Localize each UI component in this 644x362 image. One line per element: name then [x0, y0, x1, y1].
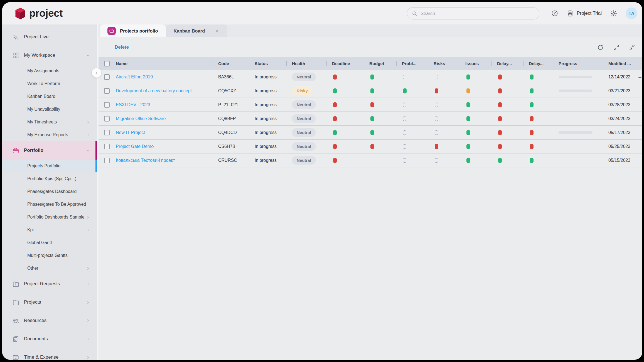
probl-indicator-empty [403, 130, 406, 135]
sidebar-item-label: Portfolio Dashboards Sample [27, 215, 84, 220]
budget-indicator-cell [364, 140, 396, 153]
collapse-icon[interactable] [629, 44, 636, 51]
search-input[interactable] [421, 11, 535, 16]
sidebar-item-time-expense[interactable]: Time & Expense [2, 348, 97, 360]
avatar[interactable]: TA [626, 8, 637, 19]
column-header-code[interactable]: Code [213, 57, 249, 70]
sidebar-item-kpi[interactable]: Kpi [2, 224, 97, 236]
sidebar-item-phases-gates-dashboard[interactable]: Phases/gates Dashboard [2, 185, 97, 198]
column-header-status[interactable]: Status [249, 57, 286, 70]
row-checkbox[interactable] [104, 130, 110, 135]
sidebar-item-portfolio-kpis-spi-cpi[interactable]: Portfolio Kpis (Spi, Cpi...) [2, 172, 97, 185]
refresh-icon[interactable] [597, 44, 604, 51]
table-row: Migration Office SoftwareCQ8BFPIn progre… [99, 112, 642, 126]
project-trial-button[interactable]: Project Trial [567, 10, 602, 17]
chevron-left-icon [95, 71, 99, 75]
delay2-indicator-red [530, 130, 534, 135]
column-header-probl[interactable]: Probl... [396, 57, 428, 70]
project-link[interactable]: Project Gate Demo [116, 144, 154, 149]
chevron-right-icon [86, 282, 90, 286]
trial-label: Project Trial [577, 11, 602, 16]
sidebar-item-my-workspace[interactable]: My Workspace [2, 46, 97, 65]
sidebar-collapse-button[interactable] [92, 68, 101, 78]
sidebar-item-projects[interactable]: Projects [2, 293, 97, 311]
sidebar-item-portfolio[interactable]: Portfolio [2, 141, 97, 160]
sidebar-item-label: Documents [24, 336, 48, 342]
probl-indicator-empty [403, 144, 406, 149]
sidebar-item-my-expense-reports[interactable]: My Expense Reports [2, 128, 97, 141]
delay1-indicator-cell [491, 112, 523, 125]
sidebar-item-label: My Expense Reports [27, 132, 68, 137]
column-header-label: Status [255, 61, 268, 66]
name-cell: Project Gate Demo [113, 140, 213, 153]
project-link[interactable]: ESXI DEV - 2023 [116, 102, 150, 107]
sidebar-item-documents[interactable]: Documents [2, 330, 97, 348]
delete-button[interactable]: Delete [115, 44, 129, 50]
column-header-health[interactable]: Health [286, 57, 326, 70]
sidebar-item-global-gantt[interactable]: Global Gantt [2, 236, 97, 249]
delay2-indicator-green [530, 75, 534, 80]
sidebar-item-work-to-perform[interactable]: Work To Perform [2, 77, 97, 90]
budget-indicator-green [370, 130, 374, 135]
sidebar-item-project-requests[interactable]: Project Requests [2, 275, 97, 293]
row-checkbox[interactable] [104, 74, 110, 80]
sidebar-item-other[interactable]: Other [2, 262, 97, 275]
column-header-risks[interactable]: Risks [428, 57, 460, 70]
sidebar-item-project-live[interactable]: Project Live [2, 28, 97, 46]
project-link[interactable]: Ковальська Тестовий проект [116, 158, 175, 163]
sidebar-item-my-unavailability[interactable]: My Unavailability [2, 103, 97, 116]
select-all-checkbox[interactable] [104, 61, 110, 66]
status-value: In progress [255, 144, 277, 149]
column-header-deadline[interactable]: Deadline [326, 57, 364, 70]
code-value: BA366L [218, 75, 234, 80]
sidebar-item-label: Resources [24, 318, 46, 323]
sidebar-item-label: Portfolio Kpis (Spi, Cpi...) [27, 176, 76, 181]
column-header-budget[interactable]: Budget [364, 57, 396, 70]
gear-icon[interactable] [610, 10, 617, 17]
sidebar-item-kanban-board[interactable]: Kanban Board [2, 90, 97, 103]
project-link[interactable]: Development of a new battery concept [116, 88, 192, 93]
search-bar[interactable] [407, 7, 539, 19]
budget-indicator-green [370, 88, 374, 93]
sidebar-item-resources[interactable]: Resources [2, 311, 97, 330]
column-header-delay1[interactable]: Delay... [491, 57, 523, 70]
row-checkbox[interactable] [104, 158, 110, 163]
health-badge: Neutral [292, 156, 316, 165]
folder-icon [12, 299, 19, 306]
sidebar-item-projects-portfolio[interactable]: Projects Portfolio [2, 160, 97, 172]
column-header-progress[interactable]: Progress [554, 57, 603, 70]
row-checkbox[interactable] [104, 144, 110, 149]
search-icon [412, 11, 417, 16]
briefcase-icon [107, 27, 116, 35]
risks-indicator-cell [428, 140, 460, 153]
column-header-name[interactable]: Name [113, 57, 213, 70]
column-header-modified[interactable]: Modified ... [603, 57, 642, 70]
risks-indicator-cell [428, 112, 460, 125]
delay2-indicator-cell [523, 112, 554, 125]
project-link[interactable]: Aircraft Effort 2019 [116, 75, 153, 80]
sidebar-item-my-assignments[interactable]: My Assignments [2, 65, 97, 77]
column-header-delay2[interactable]: Delay... [523, 57, 554, 70]
close-icon[interactable] [215, 29, 220, 33]
row-checkbox[interactable] [104, 102, 110, 108]
project-link[interactable]: Migration Office Software [116, 116, 166, 121]
sidebar-item-label: Work To Perform [27, 81, 60, 86]
sidebar-item-multi-projects-gantts[interactable]: Multi-projects Gantts [2, 249, 97, 262]
issues-indicator-green [466, 130, 470, 135]
issues-indicator-green [466, 158, 470, 163]
row-checkbox[interactable] [104, 116, 110, 122]
row-checkbox[interactable] [104, 88, 110, 94]
sidebar-item-my-timesheets[interactable]: My Timesheets [2, 116, 97, 128]
code-cell: BA366L [213, 70, 249, 84]
tab-kanban-board[interactable]: Kanban Board [166, 24, 228, 37]
tab-projects-portfolio[interactable]: Projects portfolio [100, 24, 166, 37]
app-window: project Project Trial TA Project LiveMy … [2, 2, 642, 360]
help-icon[interactable] [551, 10, 558, 17]
project-link[interactable]: New IT Project [116, 130, 145, 135]
expand-icon[interactable] [613, 44, 620, 51]
sidebar-item-phases-gates-to-be-approved[interactable]: Phases/gates To Be Approved [2, 198, 97, 211]
probl-indicator-empty [403, 103, 406, 107]
column-header-issues[interactable]: Issues [460, 57, 491, 70]
health-badge: Neutral [292, 73, 316, 81]
sidebar-item-portfolio-dashboards-sample[interactable]: Portfolio Dashboards Sample [2, 211, 97, 224]
